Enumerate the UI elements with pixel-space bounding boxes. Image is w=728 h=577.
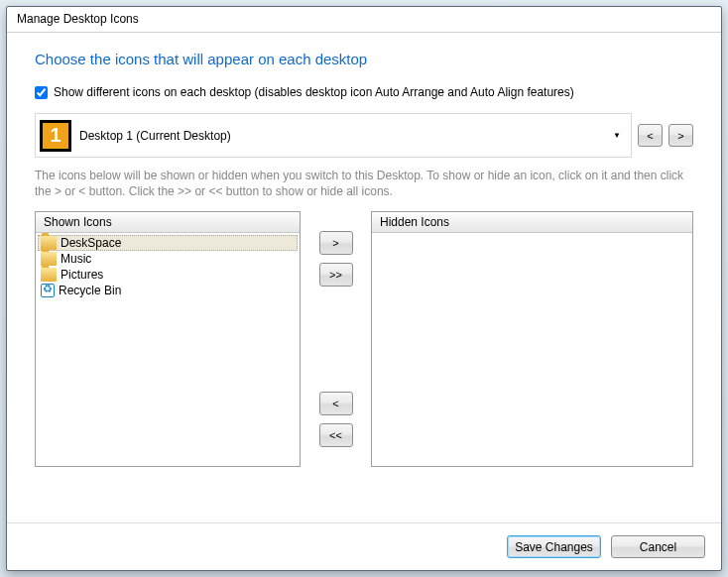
cancel-button[interactable]: Cancel: [611, 535, 705, 558]
list-item[interactable]: Recycle Bin: [38, 283, 298, 298]
desktop-number-icon: 1: [40, 120, 71, 152]
folder-icon: [41, 252, 57, 266]
desktop-selector-row: 1 Desktop 1 (Current Desktop) ▼ < >: [35, 113, 693, 158]
list-item-label: Recycle Bin: [59, 284, 121, 297]
shown-icons-body: DeskSpace Music Pictures Recycle Bi: [36, 233, 300, 466]
show-all-button[interactable]: <<: [319, 423, 353, 447]
titlebar: Manage Desktop Icons: [7, 7, 721, 33]
shown-icons-listbox[interactable]: Shown Icons DeskSpace Music Pictures: [35, 211, 301, 467]
hidden-icons-header: Hidden Icons: [372, 212, 692, 233]
desktop-nav-buttons: < >: [638, 113, 693, 158]
list-item[interactable]: DeskSpace: [38, 235, 298, 251]
help-text: The icons below will be shown or hidden …: [35, 168, 693, 199]
desktop-dropdown-label: Desktop 1 (Current Desktop): [79, 129, 231, 143]
dialog-footer: Save Changes Cancel: [7, 522, 721, 570]
hide-one-button[interactable]: >: [319, 231, 353, 255]
save-changes-button[interactable]: Save Changes: [507, 535, 601, 558]
show-one-button[interactable]: <: [319, 392, 353, 415]
show-different-icons-row: Show different icons on each desktop (di…: [35, 85, 693, 99]
content-area: Choose the icons that will appear on eac…: [7, 33, 721, 522]
folder-icon: [41, 236, 57, 250]
show-different-icons-checkbox[interactable]: [35, 86, 48, 99]
list-item-label: DeskSpace: [61, 236, 121, 250]
desktop-dropdown[interactable]: 1 Desktop 1 (Current Desktop) ▼: [35, 113, 632, 158]
hidden-icons-listbox[interactable]: Hidden Icons: [371, 211, 693, 467]
list-item[interactable]: Music: [38, 251, 298, 267]
dialog-window: Manage Desktop Icons Choose the icons th…: [6, 6, 722, 571]
chevron-down-icon: ▼: [613, 131, 621, 140]
list-item[interactable]: Pictures: [38, 267, 298, 283]
hide-all-button[interactable]: >>: [319, 263, 353, 287]
icon-lists-row: Shown Icons DeskSpace Music Pictures: [35, 211, 693, 467]
prev-desktop-button[interactable]: <: [638, 124, 663, 147]
hidden-icons-body: [372, 233, 692, 466]
list-item-label: Pictures: [61, 268, 103, 282]
shown-icons-header: Shown Icons: [36, 212, 300, 233]
window-title: Manage Desktop Icons: [17, 12, 139, 26]
recycle-bin-icon: [41, 284, 55, 297]
folder-icon: [41, 268, 57, 282]
transfer-buttons: > >> < <<: [308, 211, 363, 467]
list-item-label: Music: [61, 252, 91, 266]
next-desktop-button[interactable]: >: [668, 124, 693, 147]
show-different-icons-label: Show different icons on each desktop (di…: [54, 85, 574, 99]
page-heading: Choose the icons that will appear on eac…: [35, 51, 693, 67]
